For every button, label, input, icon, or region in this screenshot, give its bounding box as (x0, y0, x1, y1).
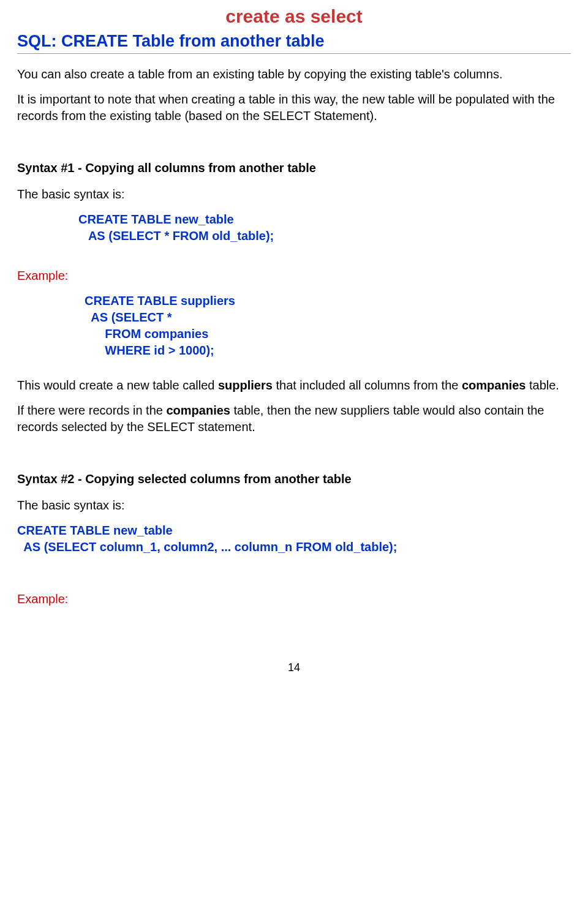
result-paragraph-1: This would create a new table called sup… (17, 377, 571, 394)
text: that included all columns from the (273, 378, 462, 392)
bold-term: companies (166, 404, 230, 417)
example-label-1: Example: (17, 269, 571, 283)
text: table. (526, 378, 559, 392)
syntax-2-lead: The basic syntax is: (17, 497, 571, 514)
text: This would create a new table called (17, 378, 218, 392)
result-paragraph-2: If there were records in the companies t… (17, 402, 571, 435)
page-subtitle: SQL: CREATE Table from another table (17, 32, 571, 51)
syntax-1-heading: Syntax #1 - Copying all columns from ano… (17, 161, 571, 175)
document-page: create as select SQL: CREATE Table from … (0, 0, 588, 699)
bold-term: suppliers (218, 378, 273, 392)
syntax-2-code: CREATE TABLE new_table AS (SELECT column… (17, 522, 571, 555)
divider (17, 53, 571, 54)
syntax-2-heading: Syntax #2 - Copying selected columns fro… (17, 472, 571, 486)
intro-paragraph-1: You can also create a table from an exis… (17, 66, 571, 83)
bold-term: companies (462, 378, 526, 392)
syntax-1-lead: The basic syntax is: (17, 186, 571, 203)
example-1-code: CREATE TABLE suppliers AS (SELECT * FROM… (85, 293, 571, 359)
page-number: 14 (17, 661, 571, 674)
text: If there were records in the (17, 404, 166, 417)
example-label-2: Example: (17, 592, 571, 606)
intro-paragraph-2: It is important to note that when creati… (17, 91, 571, 124)
page-title: create as select (17, 6, 571, 27)
syntax-1-code: CREATE TABLE new_table AS (SELECT * FROM… (78, 211, 571, 244)
